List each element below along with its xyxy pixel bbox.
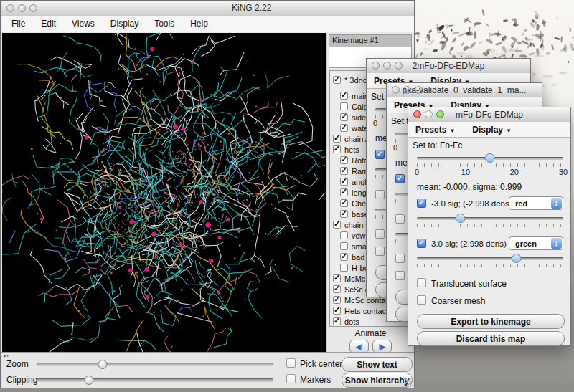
markers-checkbox[interactable]: [286, 374, 296, 383]
screen: KiNG 2.22 FileEditViewsDisplayToolsHelp …: [0, 0, 574, 392]
dropdown-arrow-icon: ▼: [506, 128, 512, 134]
clipping-slider-track[interactable]: [37, 378, 273, 382]
tree-checkbox-chain-b[interactable]: [333, 221, 341, 229]
set-to-label: Set to: Fo-Fc: [413, 140, 568, 150]
tree-checkbox-rama-outliers[interactable]: [340, 167, 348, 175]
king-titlebar[interactable]: KiNG 2.22: [1, 1, 414, 16]
contour-label-1: 3.0 sig; (2.998 dens): [431, 239, 502, 249]
coarser-label: Coarser mesh: [431, 296, 563, 306]
molecule-canvas[interactable]: [2, 33, 326, 352]
minimize-button-icon[interactable]: [18, 4, 26, 12]
zoom-button-icon[interactable]: [29, 4, 37, 12]
menu-help[interactable]: Help: [182, 19, 216, 29]
contour-slider-1-track[interactable]: [417, 257, 563, 260]
tree-checkbox-dots[interactable]: [333, 317, 341, 325]
map-window-front: mFo-DFc-EDMapPresets▼Display▼Set to: Fo-…: [408, 107, 571, 346]
show-hierarchy-button[interactable]: Show hierarchy: [342, 373, 413, 388]
zoom-slider-thumb[interactable]: [98, 360, 108, 369]
contour-checkbox-1[interactable]: [395, 214, 405, 224]
level-slider-thumb[interactable]: [484, 151, 497, 164]
bottom-control-bar: ▴▾ Zoom Clipping Pick center Markers Sho…: [1, 352, 414, 388]
tree-checkbox-length-dev[interactable]: [340, 188, 348, 196]
tick-label: 20: [510, 168, 519, 176]
clipping-slider-thumb[interactable]: [84, 376, 93, 385]
menu-edit[interactable]: Edit: [33, 19, 64, 29]
contour-checkbox-1[interactable]: [375, 190, 385, 199]
translucent-checkbox[interactable]: [395, 254, 405, 263]
contour-checkbox-0[interactable]: [395, 174, 405, 183]
close-button-icon[interactable]: [6, 4, 14, 12]
resize-grip[interactable]: [404, 378, 413, 387]
tick-label: 30: [559, 168, 568, 176]
window-title: 2mFo-DFc-EDMap: [367, 61, 530, 71]
kinemage-list-item[interactable]: Kinemage #1: [329, 35, 411, 47]
splitter-arrows-icon[interactable]: ▴▾: [4, 353, 9, 358]
menu-label: Display: [472, 125, 503, 135]
tree-checkbox-hets[interactable]: [333, 145, 341, 153]
tree-checkbox-rota-outliers[interactable]: [340, 156, 348, 164]
tree-label: hets: [344, 145, 359, 154]
show-text-button[interactable]: Show text: [342, 357, 413, 372]
coarser-checkbox[interactable]: [395, 271, 405, 280]
coarser-checkbox[interactable]: [375, 247, 385, 256]
contour-slider-0-track[interactable]: [417, 217, 563, 220]
contour-checkbox-1[interactable]: [417, 239, 426, 248]
tree-checkbox-h-bonds[interactable]: [340, 264, 348, 272]
tree-checkbox-chain-a[interactable]: [333, 135, 341, 143]
tree-label: * 3dnd: [344, 76, 367, 85]
menu-tools[interactable]: Tools: [146, 19, 182, 29]
tree-label: dots: [344, 317, 359, 326]
tick-label: 0: [373, 119, 377, 128]
titlebar[interactable]: 2mFo-DFc-EDMap: [367, 59, 530, 74]
translucent-checkbox[interactable]: [375, 229, 385, 239]
menu-label: Presets: [415, 125, 446, 135]
menu-display[interactable]: Display▼: [472, 125, 512, 135]
tree-checkbox-small-overlap[interactable]: [340, 242, 348, 250]
menu-views[interactable]: Views: [64, 19, 103, 29]
tree-checkbox-waters[interactable]: [340, 124, 348, 132]
tick-label: 0: [415, 168, 419, 176]
tree-checkbox-3dnd[interactable]: [333, 76, 341, 84]
tree-checkbox-angle-dev[interactable]: [340, 178, 348, 186]
contour-slider-0-thumb[interactable]: [454, 211, 467, 224]
contour-label-0: -3.0 sig; (-2.998 dens): [431, 199, 502, 209]
contour-slider-1-thumb[interactable]: [510, 252, 523, 264]
tree-checkbox-scsc-contacts[interactable]: [333, 285, 341, 293]
menu-display[interactable]: Display: [103, 19, 146, 29]
titlebar[interactable]: mFo-DFc-EDMap: [408, 107, 570, 123]
tree-checkbox-bad-overlap[interactable]: [340, 253, 348, 261]
translucent-label: Translucent surface: [431, 279, 563, 289]
color-select-1[interactable]: green▲▼: [509, 236, 563, 250]
coarser-checkbox[interactable]: [417, 295, 426, 305]
contour-checkbox-0[interactable]: [375, 150, 385, 159]
tree-checkbox-hets-contacts[interactable]: [333, 307, 341, 315]
tree-label: Hets contacts: [344, 307, 392, 315]
menu-presets[interactable]: Presets▼: [415, 125, 455, 135]
color-select-0[interactable]: red▲▼: [509, 196, 563, 210]
animate-label: Animate: [327, 328, 414, 338]
zoom-slider-label: Zoom: [6, 359, 29, 369]
select-stepper-icon: ▲▼: [551, 198, 562, 209]
tree-checkbox-mainchain[interactable]: [340, 92, 348, 100]
pick-center-checkbox[interactable]: [286, 358, 296, 368]
zoom-slider-track[interactable]: [37, 363, 273, 366]
mean-sigma-label: mean: -0.000, sigma: 0.999: [417, 182, 563, 192]
tree-checkbox-mcmc-contacts[interactable]: [333, 274, 341, 282]
tree-checkbox-sidechains[interactable]: [340, 113, 348, 121]
tree-checkbox-calphas[interactable]: [340, 102, 348, 110]
pick-center-label: Pick center: [300, 359, 342, 369]
tree-checkbox-mcsc-contacts[interactable]: [333, 296, 341, 304]
menu-file[interactable]: File: [4, 19, 33, 29]
clipping-slider-label: Clipping: [6, 375, 37, 385]
translucent-checkbox[interactable]: [417, 278, 426, 287]
contour-slider-1-ticks: [417, 264, 563, 267]
titlebar[interactable]: pka-validate_0_validate_1_ma...: [387, 83, 542, 98]
tree-checkbox-base-p-perp[interactable]: [340, 210, 348, 218]
tree-checkbox-cbeta-dev[interactable]: [340, 199, 348, 207]
discard-this-map-button[interactable]: Discard this map: [417, 331, 565, 346]
export-to-kinemage-button[interactable]: Export to kinemage: [417, 314, 565, 329]
king-main-window: KiNG 2.22 FileEditViewsDisplayToolsHelp …: [0, 0, 415, 388]
window-title: pka-validate_0_validate_1_ma...: [387, 85, 542, 95]
tree-checkbox-vdw-contact[interactable]: [340, 231, 348, 239]
contour-checkbox-0[interactable]: [417, 199, 426, 208]
